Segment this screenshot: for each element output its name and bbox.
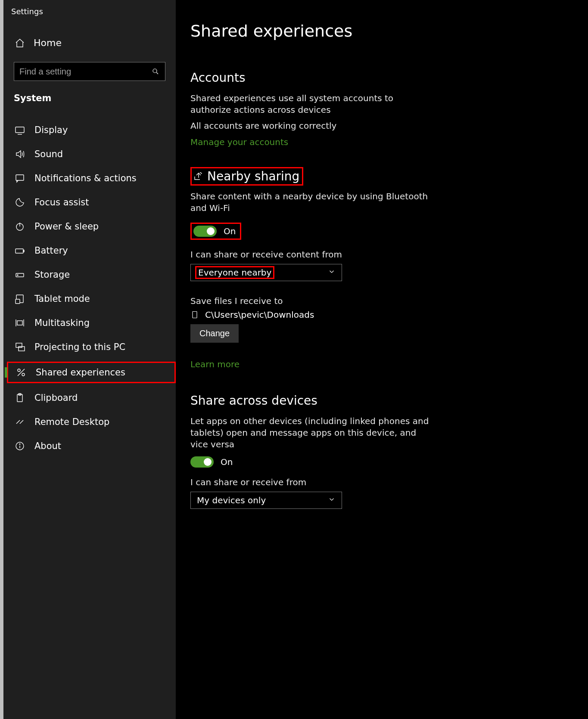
sound-icon — [15, 149, 25, 159]
nearby-scope-label: I can share or receive content from — [190, 249, 573, 260]
save-location-path: C\Users\pevic\Downloads — [205, 310, 314, 320]
display-icon — [15, 125, 25, 135]
sidebar-item-label: Multitasking — [34, 318, 90, 328]
svg-point-25 — [19, 444, 20, 445]
sidebar-item-projecting[interactable]: Projecting to this PC — [3, 335, 176, 359]
save-location-label: Save files I receive to — [190, 296, 573, 306]
home-label: Home — [34, 37, 62, 48]
page-title: Shared experiences — [190, 22, 573, 40]
sidebar-item-label: Battery — [34, 245, 68, 256]
accounts-status: All accounts are working correctly — [190, 120, 573, 132]
sidebar-item-display[interactable]: Display — [3, 118, 176, 142]
app-title: Settings — [3, 0, 176, 20]
share-across-heading: Share across devices — [190, 394, 573, 408]
nearby-sharing-description: Share content with a nearby device by us… — [190, 191, 432, 214]
sidebar-item-label: Notifications & actions — [34, 173, 137, 183]
svg-line-20 — [18, 369, 25, 376]
manage-accounts-link[interactable]: Manage your accounts — [190, 137, 288, 147]
svg-rect-4 — [16, 175, 24, 180]
sidebar: Settings Home System Display Sound Notif… — [3, 0, 176, 719]
save-location-row: C\Users\pevic\Downloads — [190, 310, 573, 320]
svg-point-18 — [18, 369, 20, 372]
sidebar-item-label: Display — [34, 125, 68, 135]
main-content: Shared experiences Accounts Shared exper… — [176, 0, 588, 719]
nearby-sharing-heading: Nearby sharing — [207, 169, 299, 183]
share-across-scope-label: I can share or receive from — [190, 477, 573, 487]
chevron-down-icon — [328, 268, 336, 277]
remote-desktop-icon — [15, 417, 25, 427]
nearby-sharing-toggle[interactable] — [193, 226, 217, 237]
svg-rect-7 — [16, 249, 23, 253]
share-across-devices-section: Share across devices Let apps on other d… — [190, 394, 573, 509]
sidebar-item-focus-assist[interactable]: Focus assist — [3, 190, 176, 214]
search-field[interactable] — [14, 62, 165, 81]
category-label: System — [3, 81, 176, 107]
svg-line-1 — [156, 72, 158, 74]
share-across-scope-select[interactable]: My devices only — [190, 492, 342, 509]
projecting-icon — [15, 342, 25, 352]
power-icon — [15, 221, 25, 232]
shared-experiences-icon — [16, 367, 26, 378]
share-across-toggle[interactable] — [190, 456, 214, 468]
sidebar-item-sound[interactable]: Sound — [3, 142, 176, 166]
notifications-icon — [15, 173, 25, 183]
folder-icon — [190, 310, 199, 320]
sidebar-item-shared-experiences[interactable]: Shared experiences — [7, 362, 176, 383]
chevron-down-icon — [328, 496, 336, 505]
svg-rect-8 — [23, 250, 24, 252]
sidebar-item-multitasking[interactable]: Multitasking — [3, 311, 176, 335]
sidebar-item-battery[interactable]: Battery — [3, 239, 176, 263]
toggle-state-label: On — [224, 226, 236, 236]
sidebar-item-label: Focus assist — [34, 197, 89, 208]
focus-assist-icon — [15, 197, 25, 208]
sidebar-item-label: Power & sleep — [34, 221, 99, 232]
storage-icon — [15, 270, 25, 280]
svg-rect-2 — [16, 127, 24, 133]
sidebar-item-notifications[interactable]: Notifications & actions — [3, 166, 176, 190]
home-button[interactable]: Home — [3, 31, 176, 54]
nearby-scope-select[interactable]: Everyone nearby — [190, 264, 342, 281]
search-input[interactable] — [14, 67, 146, 77]
toggle-state-label: On — [221, 457, 233, 467]
sidebar-item-remote-desktop[interactable]: Remote Desktop — [3, 410, 176, 434]
svg-rect-12 — [16, 299, 20, 304]
search-icon — [146, 68, 165, 75]
sidebar-item-label: Sound — [34, 149, 63, 159]
sidebar-item-label: Remote Desktop — [34, 417, 109, 427]
share-across-description: Let apps on other devices (including lin… — [190, 415, 432, 450]
share-icon — [193, 171, 203, 182]
learn-more-link[interactable]: Learn more — [190, 359, 240, 369]
sidebar-item-label: Tablet mode — [34, 294, 90, 304]
about-icon — [15, 441, 25, 451]
multitasking-icon — [15, 318, 25, 328]
window-edge — [0, 0, 3, 719]
svg-rect-15 — [17, 321, 22, 325]
battery-icon — [15, 245, 25, 256]
tablet-icon — [15, 294, 25, 304]
nav-list: Display Sound Notifications & actions Fo… — [3, 118, 176, 458]
svg-point-19 — [22, 373, 25, 376]
sidebar-item-clipboard[interactable]: Clipboard — [3, 386, 176, 410]
accounts-description: Shared experiences use all system accoun… — [190, 93, 423, 116]
nearby-scope-value: Everyone nearby — [195, 266, 274, 279]
sidebar-item-label: Clipboard — [34, 393, 78, 403]
sidebar-item-label: About — [34, 441, 61, 451]
change-button[interactable]: Change — [190, 324, 239, 343]
nearby-sharing-section: Nearby sharing Share content with a near… — [190, 167, 573, 369]
home-icon — [15, 38, 25, 48]
sidebar-item-label: Projecting to this PC — [34, 342, 125, 352]
sidebar-item-power-sleep[interactable]: Power & sleep — [3, 214, 176, 239]
sidebar-item-label: Shared experiences — [36, 367, 125, 378]
svg-point-0 — [153, 69, 157, 73]
accounts-heading: Accounts — [190, 71, 573, 85]
sidebar-item-tablet-mode[interactable]: Tablet mode — [3, 287, 176, 311]
sidebar-item-label: Storage — [34, 270, 70, 280]
accounts-section: Accounts Shared experiences use all syst… — [190, 71, 573, 147]
clipboard-icon — [15, 393, 25, 403]
svg-rect-27 — [193, 312, 197, 318]
share-across-scope-value: My devices only — [197, 495, 266, 505]
sidebar-item-about[interactable]: About — [3, 434, 176, 458]
sidebar-item-storage[interactable]: Storage — [3, 263, 176, 287]
svg-point-10 — [17, 275, 18, 276]
